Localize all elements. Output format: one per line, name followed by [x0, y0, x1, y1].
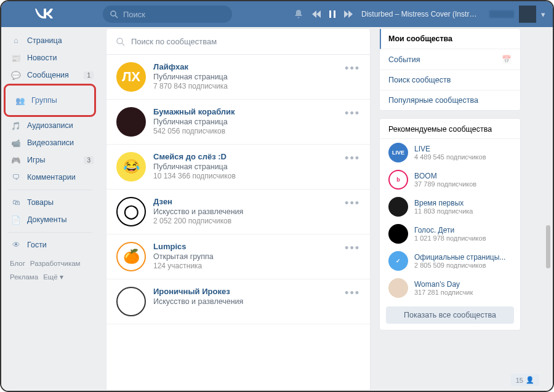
scrollbar-thumb[interactable] — [546, 225, 550, 268]
player: Disturbed – Mistress Cover (Instrumen... — [294, 9, 478, 19]
track-title[interactable]: Disturbed – Mistress Cover (Instrumen... — [361, 10, 478, 18]
svg-rect-2 — [329, 10, 331, 18]
group-name[interactable]: Дзен — [153, 197, 345, 206]
games-badge: 3 — [84, 156, 94, 164]
show-all-button[interactable]: Показать все сообщества — [386, 306, 514, 324]
group-avatar: 🍊 — [116, 242, 146, 271]
rec-row[interactable]: Woman's Day317 281 подписчик — [380, 274, 520, 302]
search-placeholder: Поиск — [123, 10, 145, 19]
rec-subs: 317 281 подписчик — [414, 289, 473, 296]
nav-friends-cut — [6, 86, 94, 92]
nav-audio[interactable]: 🎵Аудиозаписи — [1, 117, 98, 134]
group-subs: 542 056 подписчиков — [153, 127, 345, 135]
user-menu[interactable]: ▾ — [489, 6, 545, 23]
group-row[interactable]: ЛХ Лайфхак Публичная страница 7 870 843 … — [106, 55, 370, 100]
nav-groups[interactable]: 👥Группы — [6, 92, 94, 109]
rec-name[interactable]: Время первых — [414, 199, 473, 207]
menu-item[interactable]: Мои сообщества — [380, 29, 520, 49]
vk-logo[interactable] — [35, 6, 54, 22]
group-type: Искусство и развлечения — [153, 297, 345, 306]
group-row[interactable]: ◯ Дзен Искусство и развлечения 2 052 200… — [106, 190, 370, 234]
search-icon — [110, 10, 118, 18]
bell-icon[interactable] — [294, 9, 303, 19]
footer-ads[interactable]: Реклама — [10, 273, 38, 281]
nav-video[interactable]: 📹Видеозаписи — [1, 134, 98, 151]
nav-docs[interactable]: 📄Документы — [1, 211, 98, 228]
rec-row[interactable]: LIVE LIVE4 489 545 подписчиков — [380, 139, 520, 166]
search-icon — [116, 38, 125, 46]
rec-avatar — [388, 197, 408, 217]
menu-item[interactable]: События📅 — [380, 49, 520, 70]
group-name[interactable]: Смейся до слёз :D — [153, 152, 345, 161]
nav-guests[interactable]: 👁Гости — [1, 236, 98, 254]
guests-icon: 👁 — [10, 239, 22, 251]
prev-icon[interactable] — [312, 10, 321, 18]
community-search[interactable]: Поиск по сообществам — [106, 29, 370, 55]
chevron-down-icon: ▾ — [541, 10, 545, 19]
more-icon[interactable]: ••• — [345, 107, 360, 117]
more-icon[interactable]: ••• — [345, 287, 360, 297]
rec-row[interactable]: ✓ Официальные страницы...2 805 509 подпи… — [380, 247, 520, 274]
corner-badge[interactable]: 15 👤 — [511, 374, 539, 386]
rec-name[interactable]: Официальные страницы... — [414, 253, 505, 262]
community-search-placeholder: Поиск по сообществам — [131, 37, 217, 46]
nav-messages[interactable]: 💬Сообщения1 — [1, 66, 98, 84]
nav-page[interactable]: ⌂Страница — [1, 32, 98, 49]
messages-icon: 💬 — [10, 69, 22, 81]
messages-badge: 1 — [84, 71, 94, 79]
rec-name[interactable]: Голос. Дети — [414, 226, 486, 234]
group-row[interactable]: 😂 Смейся до слёз :D Публичная страница 1… — [106, 145, 370, 190]
rec-row[interactable]: Время первых11 803 подписчика — [380, 193, 520, 220]
audio-icon: 🎵 — [10, 119, 22, 132]
rec-row[interactable]: b BOOM37 789 подписчиков — [380, 166, 520, 193]
nav-games[interactable]: 🎮Игры3 — [1, 151, 98, 169]
nav-news[interactable]: 📰Новости — [1, 49, 98, 66]
docs-icon: 📄 — [10, 214, 22, 226]
group-name[interactable]: Бумажный кораблик — [153, 107, 345, 116]
rec-name[interactable]: BOOM — [414, 172, 476, 180]
rec-subs: 4 489 545 подписчиков — [414, 153, 486, 161]
more-icon[interactable]: ••• — [345, 242, 360, 252]
username-blur — [489, 10, 514, 18]
svg-point-0 — [111, 11, 116, 16]
rec-row[interactable]: Голос. Дети1 021 978 подписчиков — [380, 220, 520, 247]
home-icon: ⌂ — [10, 34, 22, 47]
group-type: Открытая группа — [153, 252, 345, 261]
group-row[interactable]: Бумажный кораблик Публичная страница 542… — [106, 100, 370, 145]
footer-more[interactable]: Ещё ▾ — [43, 273, 63, 281]
avatar — [519, 6, 536, 23]
rec-name[interactable]: LIVE — [414, 145, 486, 153]
rec-name[interactable]: Woman's Day — [414, 280, 473, 289]
more-icon[interactable]: ••• — [345, 152, 360, 162]
search-input[interactable]: Поиск — [103, 6, 232, 23]
sidebar: ⌂Страница 📰Новости 💬Сообщения1 👥Группы 🎵… — [1, 27, 100, 391]
group-avatar: ◯ — [116, 197, 146, 226]
calendar-icon: 📅 — [502, 55, 512, 64]
group-avatar: 😂 — [116, 152, 146, 182]
nav-comments[interactable]: 🗨Комментарии — [1, 169, 98, 186]
group-row[interactable]: Ироничный Ирокез Искусство и развлечения… — [106, 279, 370, 324]
next-icon[interactable] — [344, 10, 353, 18]
recommendations: Рекомендуемые сообщества LIVE LIVE4 489 … — [379, 118, 521, 330]
more-icon[interactable]: ••• — [345, 197, 360, 207]
group-name[interactable]: Лайфхак — [153, 62, 345, 71]
nav-market[interactable]: 🛍Товары — [1, 194, 98, 211]
footer-links: БлогРазработчикам РекламаЕщё ▾ — [1, 254, 98, 288]
rec-subs: 2 805 509 подписчиков — [414, 262, 505, 269]
rec-subs: 11 803 подписчика — [414, 207, 473, 215]
group-row[interactable]: 🍊 Lumpics Открытая группа 124 участника … — [106, 234, 370, 279]
news-icon: 📰 — [10, 52, 22, 64]
menu-item[interactable]: Поиск сообществ — [380, 70, 520, 90]
pause-icon[interactable] — [329, 10, 335, 18]
menu-item[interactable]: Популярные сообщества — [380, 90, 520, 110]
group-name[interactable]: Lumpics — [153, 242, 345, 251]
footer-blog[interactable]: Блог — [10, 260, 25, 267]
footer-dev[interactable]: Разработчикам — [30, 260, 81, 267]
games-icon: 🎮 — [10, 154, 22, 166]
group-type: Публичная страница — [153, 73, 345, 81]
scrollbar[interactable] — [544, 28, 552, 390]
group-name[interactable]: Ироничный Ирокез — [153, 287, 345, 296]
more-icon[interactable]: ••• — [345, 62, 360, 72]
content: Поиск по сообществам ЛХ Лайфхак Публична… — [106, 28, 371, 391]
header: Поиск Disturbed – Mistress Cover (Instru… — [1, 1, 553, 27]
